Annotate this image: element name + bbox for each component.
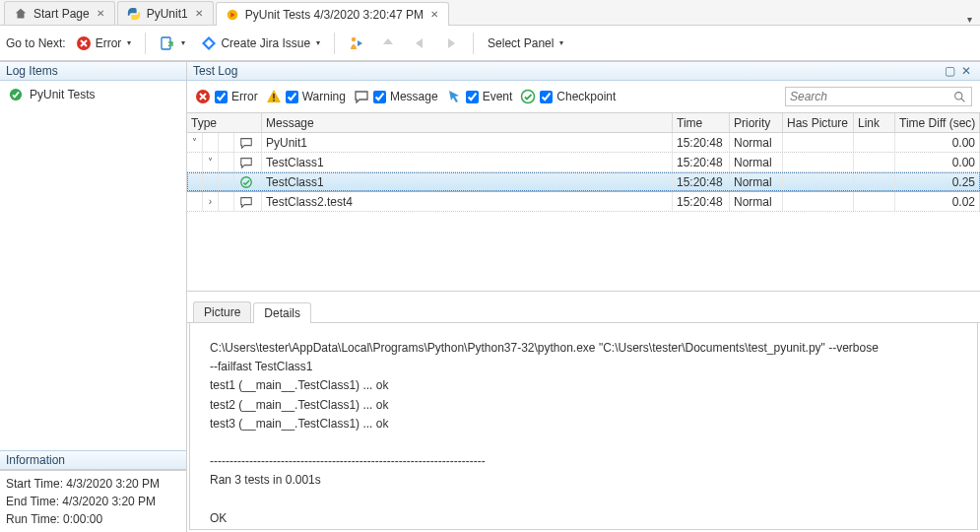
col-priority[interactable]: Priority [730, 113, 783, 132]
information-pane: Start Time: 4/3/2020 3:20 PM End Time: 4… [0, 470, 186, 532]
check-circle-icon [8, 87, 24, 102]
select-panel-button[interactable]: Select Panel ▾ [482, 33, 569, 54]
svg-point-3 [352, 36, 356, 40]
tab-pyunit1[interactable]: PyUnit1 ✕ [117, 1, 214, 25]
grid-body[interactable]: ˅PyUnit115:20:48Normal0.00˅TestClass115:… [187, 133, 980, 291]
cell-priority: Normal [730, 153, 783, 171]
nav-forward-button[interactable] [437, 32, 465, 55]
toolbar: Go to Next: Error ▾ ▾ Create Jira Issue … [0, 26, 980, 61]
filter-error-checkbox[interactable] [215, 91, 228, 103]
export-button[interactable]: ▾ [154, 32, 191, 55]
error-icon [76, 35, 92, 51]
jira-icon [201, 35, 217, 51]
error-icon [195, 89, 211, 104]
cell-link [854, 153, 895, 171]
table-row[interactable]: ˅PyUnit115:20:48Normal0.00 [187, 133, 980, 153]
cell-priority: Normal [730, 192, 783, 211]
search-icon[interactable] [951, 89, 967, 104]
close-icon[interactable]: ✕ [95, 8, 106, 19]
filter-checkpoint[interactable]: Checkpoint [520, 89, 616, 104]
cell-timediff: 0.00 [895, 153, 980, 171]
tab-details[interactable]: Details [253, 302, 311, 323]
arrow-left-icon [412, 35, 427, 51]
python-icon [126, 6, 142, 22]
col-link[interactable]: Link [854, 113, 895, 132]
log-items-tree[interactable]: PyUnit Tests [0, 81, 186, 450]
cell-haspicture [783, 192, 854, 211]
test-log-title: Test Log [193, 64, 237, 78]
svg-point-9 [954, 92, 961, 99]
cell-message: PyUnit1 [262, 133, 673, 152]
maximize-icon[interactable]: ▢ [942, 64, 958, 78]
nav-up-button[interactable] [374, 32, 402, 55]
svg-line-10 [961, 99, 964, 101]
filter-warning-checkbox[interactable] [286, 91, 298, 103]
close-icon[interactable]: ✕ [958, 64, 974, 78]
log-items-header: Log Items [0, 61, 186, 81]
test-log-header: Test Log ▢ ✕ [187, 61, 980, 81]
tree-row-root[interactable]: PyUnit Tests [4, 85, 182, 104]
info-start-time: Start Time: 4/3/2020 3:20 PM [6, 475, 180, 493]
chevron-down-icon[interactable]: ˅ [191, 137, 198, 149]
tab-pyunit-tests[interactable]: PyUnit Tests 4/3/2020 3:20:47 PM ✕ [216, 2, 449, 26]
filter-message[interactable]: Message [354, 89, 438, 104]
right-panel: Test Log ▢ ✕ Error Warning Message [187, 61, 980, 532]
information-header: Information [0, 450, 186, 470]
cell-haspicture [783, 153, 854, 171]
nav-back-button[interactable] [406, 32, 433, 55]
message-icon [354, 89, 369, 104]
log-items-title: Log Items [6, 64, 58, 78]
col-haspicture[interactable]: Has Picture [783, 113, 854, 132]
close-icon[interactable]: ✕ [193, 8, 205, 19]
cell-timediff: 0.25 [895, 172, 980, 191]
message-icon [238, 194, 254, 210]
check-circle-icon [520, 89, 536, 104]
cell-time: 15:20:48 [673, 153, 730, 171]
chevron-right-icon[interactable]: › [207, 196, 214, 208]
cell-message: TestClass1 [262, 153, 673, 171]
create-jira-button[interactable]: Create Jira Issue ▾ [195, 32, 326, 55]
search-input[interactable] [790, 90, 951, 103]
tab-picture[interactable]: Picture [193, 301, 251, 322]
select-panel-label: Select Panel [488, 36, 554, 50]
col-type[interactable]: Type [187, 113, 262, 132]
warning-icon [266, 89, 282, 104]
details-text[interactable]: C:\Users\tester\AppData\Local\Programs\P… [189, 323, 978, 530]
search-box[interactable] [785, 87, 972, 106]
tab-start-page[interactable]: Start Page ✕ [4, 1, 115, 25]
tabs-overflow-icon[interactable]: ▾ [959, 14, 980, 25]
col-timediff[interactable]: Time Diff (sec) [895, 113, 980, 132]
filter-error[interactable]: Error [195, 89, 258, 104]
cell-link [854, 192, 895, 211]
chevron-down-icon[interactable]: ˅ [207, 157, 214, 168]
cell-time: 15:20:48 [673, 133, 730, 152]
svg-point-11 [241, 176, 252, 187]
tab-label: PyUnit Tests 4/3/2020 3:20:47 PM [245, 8, 424, 22]
nav-jump-button[interactable] [343, 32, 370, 55]
filter-checkpoint-label: Checkpoint [556, 90, 616, 103]
filter-checkpoint-checkbox[interactable] [540, 91, 553, 103]
grid-header[interactable]: Type Message Time Priority Has Picture L… [187, 113, 980, 133]
filter-event[interactable]: Event [446, 89, 513, 104]
col-time[interactable]: Time [673, 113, 730, 132]
filter-warning[interactable]: Warning [266, 89, 346, 104]
cell-haspicture [783, 133, 854, 152]
cell-priority: Normal [730, 172, 783, 191]
cell-link [854, 172, 895, 191]
table-row[interactable]: ›TestClass2.test415:20:48Normal0.02 [187, 192, 980, 212]
arrow-up-icon [380, 35, 396, 51]
test-log-grid: Type Message Time Priority Has Picture L… [187, 113, 980, 292]
person-arrow-icon [349, 35, 364, 51]
table-row[interactable]: ˅TestClass115:20:48Normal0.00 [187, 153, 980, 172]
close-icon[interactable]: ✕ [428, 9, 440, 20]
info-run-time: Run Time: 0:00:00 [6, 510, 180, 528]
cursor-icon [446, 89, 462, 104]
table-row[interactable]: TestClass115:20:48Normal0.25 [187, 172, 980, 192]
cell-message: TestClass2.test4 [262, 192, 673, 211]
col-message[interactable]: Message [262, 113, 673, 132]
filter-message-checkbox[interactable] [373, 91, 386, 103]
filter-error-button[interactable]: Error ▾ [70, 32, 138, 55]
cell-time: 15:20:48 [673, 172, 730, 191]
document-tabs: Start Page ✕ PyUnit1 ✕ PyUnit Tests 4/3/… [0, 0, 980, 26]
filter-event-checkbox[interactable] [466, 91, 479, 103]
